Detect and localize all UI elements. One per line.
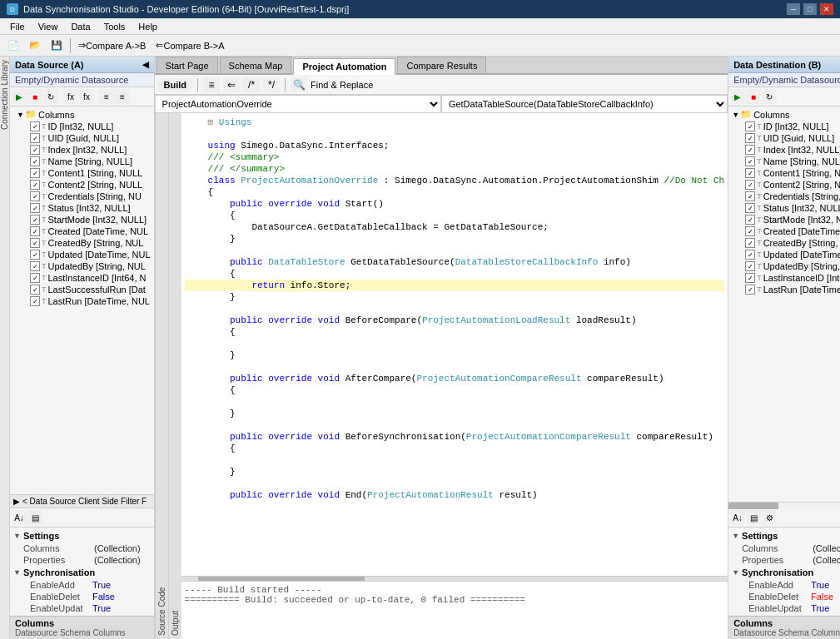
tab-compare-results[interactable]: Compare Results xyxy=(397,57,486,73)
right-settings-section-header[interactable]: ▼ Settings xyxy=(732,529,840,542)
toolbar-open[interactable]: 📂 xyxy=(25,37,45,55)
sync-toggle: ▼ xyxy=(13,568,21,577)
right-refresh-btn[interactable]: ↻ xyxy=(762,89,777,104)
right-sync-section-header[interactable]: ▼ Synchronisation xyxy=(732,566,840,579)
left-column-item[interactable]: ✓ T Content1 [String, NULL xyxy=(28,167,152,179)
compare-ab-button[interactable]: ⇒ Compare A->B xyxy=(74,37,150,55)
left-column-item[interactable]: ✓ T Updated [DateTime, NUL xyxy=(28,249,152,260)
right-column-item[interactable]: ✓ T Name [String, NULL] xyxy=(743,156,840,167)
left-column-item[interactable]: ✓ T UID [Guid, NULL] xyxy=(28,132,152,144)
left-column-item[interactable]: ✓ T LastSuccessfulRun [Dat xyxy=(28,284,152,295)
right-column-item[interactable]: ✓ T Credentials [String, NU xyxy=(743,191,840,202)
columns-prop-name: Columns xyxy=(23,543,94,553)
left-column-item[interactable]: ✓ T StartMode [Int32, NULL] xyxy=(28,214,152,225)
settings-section-header[interactable]: ▼ Settings xyxy=(13,529,151,542)
title-bar: D Data Synchronisation Studio - Develope… xyxy=(0,0,840,18)
type-icon: T xyxy=(757,169,762,177)
column-name: Content1 [String, NULL xyxy=(48,168,143,178)
menu-file[interactable]: File xyxy=(3,20,32,33)
indent-btn[interactable]: ≡ xyxy=(203,77,220,92)
expand-icon[interactable]: ▼ xyxy=(17,111,25,119)
method-select[interactable]: GetDataTableSource(DataTableStoreCallbac… xyxy=(441,95,728,113)
uncomment-btn[interactable]: */ xyxy=(263,77,280,92)
right-column-item[interactable]: ✓ T Content2 [String, NULL xyxy=(743,179,840,191)
app-icon: D xyxy=(7,3,18,15)
enable-update-value: True xyxy=(92,603,111,613)
type-icon: T xyxy=(757,204,762,212)
right-column-item[interactable]: ✓ T CreatedBy [String, NUL xyxy=(743,237,840,249)
right-start-btn[interactable]: ▶ xyxy=(730,89,745,104)
code-line xyxy=(185,454,725,466)
left-cat-btn[interactable]: ▤ xyxy=(27,510,42,525)
search-btn[interactable]: 🔍 xyxy=(291,77,307,92)
left-sort-btn[interactable]: A↓ xyxy=(12,510,27,525)
left-stop-btn[interactable]: ■ xyxy=(27,89,42,104)
right-cat-btn[interactable]: ▤ xyxy=(746,510,761,525)
right-column-item[interactable]: ✓ T LastInstanceID [Int64, N xyxy=(743,272,840,284)
code-line: class ProjectAutomationOverride : Simego… xyxy=(185,175,725,186)
minimize-button[interactable]: ─ xyxy=(787,3,800,15)
right-column-item[interactable]: ✓ T ID [Int32, NULL] xyxy=(743,121,840,132)
left-column-item[interactable]: ✓ T Status [Int32, NULL] xyxy=(28,202,152,214)
left-column-item[interactable]: ✓ T Name [String, NULL] xyxy=(28,156,152,167)
unindent-btn[interactable]: ⇐ xyxy=(223,77,240,92)
right-column-item[interactable]: ✓ T LastRun [DateTime, NUL xyxy=(743,284,840,295)
right-column-item[interactable]: ✓ T Updated [DateTime, NUL xyxy=(743,249,840,260)
right-column-item[interactable]: ✓ T UpdatedBy [String, NUL xyxy=(743,260,840,272)
type-icon: T xyxy=(757,250,762,259)
right-settings-label: Settings xyxy=(742,531,778,541)
left-tree-root-item[interactable]: ▼ 📁 Columns xyxy=(15,108,152,121)
left-row-btn[interactable]: ≡ xyxy=(115,89,130,104)
menu-help[interactable]: Help xyxy=(132,20,164,33)
right-tree-root-item[interactable]: ▼ 📁 Columns xyxy=(730,108,840,121)
left-fx2-btn[interactable]: fx xyxy=(79,89,94,104)
class-select[interactable]: ProjectAutomationOverride xyxy=(155,95,441,113)
left-column-item[interactable]: ✓ T LastInstanceID [Int64, N xyxy=(28,272,152,284)
left-column-item[interactable]: ✓ T Index [Int32, NULL] xyxy=(28,144,152,156)
right-column-item[interactable]: ✓ T Created [DateTime, NUL xyxy=(743,225,840,237)
code-line xyxy=(185,245,725,256)
left-col-btn[interactable]: ≡ xyxy=(99,89,114,104)
right-column-item[interactable]: ✓ T UID [Guid, NULL] xyxy=(743,132,840,144)
left-start-btn[interactable]: ▶ xyxy=(12,89,27,104)
menu-data[interactable]: Data xyxy=(64,20,97,33)
right-panel-header: Data Destination (B) ▶ xyxy=(728,57,840,73)
right-h-scroll xyxy=(728,502,840,508)
right-column-item[interactable]: ✓ T Index [Int32, NULL] xyxy=(743,144,840,156)
left-column-item[interactable]: ✓ T Created [DateTime, NUL xyxy=(28,225,152,237)
tab-schema-map[interactable]: Schema Map xyxy=(220,57,292,73)
code-line: public override void BeforeCompare(Proje… xyxy=(185,315,725,326)
left-column-item[interactable]: ✓ T Credentials [String, NU xyxy=(28,191,152,202)
sync-section-header[interactable]: ▼ Synchronisation xyxy=(13,566,151,579)
toolbar-save[interactable]: 💾 xyxy=(47,37,67,55)
compare-ba-button[interactable]: ⇐ Compare B->A xyxy=(152,37,228,55)
build-button[interactable]: Build xyxy=(158,78,193,92)
right-sort-btn[interactable]: A↓ xyxy=(730,510,745,525)
left-column-item[interactable]: ✓ T LastRun [DateTime, NUL xyxy=(28,295,152,307)
connection-library-tab[interactable]: Connection Library xyxy=(0,57,10,639)
maximize-button[interactable]: □ xyxy=(803,3,817,15)
toolbar-new[interactable]: 📄 xyxy=(3,37,23,55)
left-column-item[interactable]: ✓ T Content2 [String, NULL xyxy=(28,179,152,191)
right-column-item[interactable]: ✓ T StartMode [Int32, NULL] xyxy=(743,214,840,225)
close-button[interactable]: ✕ xyxy=(820,3,833,15)
comment-btn[interactable]: /* xyxy=(243,77,260,92)
left-fx-btn[interactable]: fx xyxy=(63,89,78,104)
right-column-item[interactable]: ✓ T Status [Int32, NULL] xyxy=(743,202,840,214)
left-column-item[interactable]: ✓ T CreatedBy [String, NUL xyxy=(28,237,152,249)
right-column-item[interactable]: ✓ T Content1 [String, NULL xyxy=(743,167,840,179)
left-column-item[interactable]: ✓ T UpdatedBy [String, NUL xyxy=(28,260,152,272)
left-column-item[interactable]: ✓ T ID [Int32, NULL] xyxy=(28,121,152,132)
tab-project-automation[interactable]: Project Automation xyxy=(293,58,395,75)
right-extra-btn[interactable]: ⚙ xyxy=(762,510,777,525)
source-code-tab[interactable]: Source Code xyxy=(155,113,168,639)
right-expand-icon[interactable]: ▼ xyxy=(732,111,740,119)
tab-start-page[interactable]: Start Page xyxy=(157,57,218,73)
right-stop-btn[interactable]: ■ xyxy=(746,89,761,104)
output-tab[interactable]: Output xyxy=(168,113,181,639)
left-panel-pin[interactable]: ◀ xyxy=(142,60,149,69)
code-editor[interactable]: ⊞ Usings using Simego.DataSync.Interface… xyxy=(181,113,728,576)
left-refresh-btn[interactable]: ↻ xyxy=(43,89,58,104)
menu-tools[interactable]: Tools xyxy=(97,20,132,33)
menu-view[interactable]: View xyxy=(32,20,65,33)
